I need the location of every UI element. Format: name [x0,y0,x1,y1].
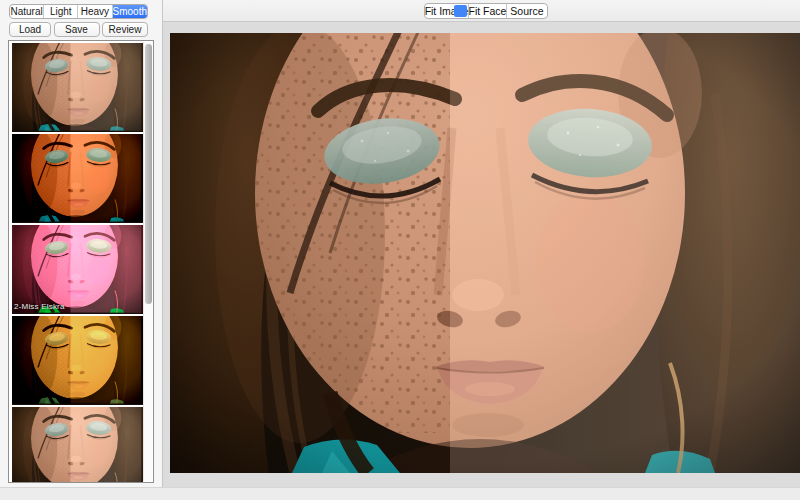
thumbnail-purple-tint[interactable]: 2-Miss Elskra [12,225,143,314]
preset-natural[interactable]: Natural [10,5,44,18]
preset-segmented-control: Natural Light Heavy Smooth [9,4,148,19]
status-strip [0,487,800,500]
thumbnail-smooth-bright[interactable] [12,407,143,483]
selection-highlight-chip [454,5,467,17]
thumbnail-golden-dark[interactable] [12,316,143,405]
thumbnail-watermark: 2-Miss Elskra [14,302,65,311]
comparison-photo [170,33,800,473]
preset-smooth[interactable]: Smooth [113,5,147,18]
variant-thumbnail-list: 2-Miss Elskra [8,40,154,483]
view-segmented-control: Fit Image Fit Face Source [424,3,548,19]
thumbnail-warm-contrast[interactable] [12,134,143,223]
action-button-row: Load Save Review [9,22,148,37]
thumbnail-scrollbar-track[interactable] [143,42,152,481]
source-segment[interactable]: Source [507,4,547,18]
fit-image-segment[interactable]: Fit Image [425,4,469,18]
app-window: Natural Light Heavy Smooth Load Save Rev… [0,0,800,500]
preset-light[interactable]: Light [44,5,78,18]
thumbnail-natural[interactable] [12,43,143,132]
fit-face-segment[interactable]: Fit Face [469,4,507,18]
left-panel: Natural Light Heavy Smooth Load Save Rev… [0,0,163,487]
review-button[interactable]: Review [102,22,148,37]
preset-heavy[interactable]: Heavy [78,5,112,18]
save-button[interactable]: Save [54,22,100,37]
load-button[interactable]: Load [9,22,51,37]
thumbnail-scrollbar-thumb[interactable] [145,44,152,304]
